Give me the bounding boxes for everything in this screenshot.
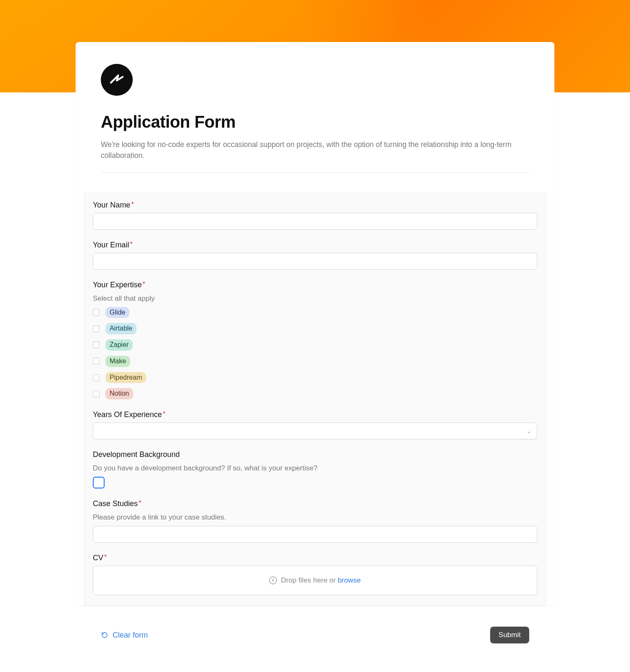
expertise-tag: Make (105, 356, 130, 367)
expertise-tag: Zapier (105, 339, 133, 351)
cases-hint: Please provide a link to your case studi… (93, 513, 537, 522)
expertise-option[interactable]: Make (93, 356, 537, 367)
form-card: Application Form We're looking for no-co… (76, 42, 554, 606)
dropzone-text: Drop files here or (281, 576, 338, 584)
brand-logo (101, 64, 133, 96)
expertise-option[interactable]: Notion (93, 388, 537, 399)
case-studies-input[interactable] (93, 526, 537, 543)
expertise-checkbox[interactable] (93, 326, 100, 332)
years-select[interactable] (93, 423, 537, 439)
expertise-checkbox[interactable] (93, 341, 100, 348)
expertise-option[interactable]: Pipedream (93, 372, 537, 383)
name-label: Your Name* (93, 201, 134, 210)
cases-label: Case Studies* (93, 499, 141, 508)
expertise-checkbox[interactable] (93, 358, 100, 365)
email-input[interactable] (93, 253, 537, 270)
dev-hint: Do you have a development background? If… (93, 464, 537, 472)
expertise-checkbox[interactable] (93, 309, 100, 316)
expertise-option[interactable]: Airtable (93, 323, 537, 334)
email-label: Your Email* (93, 241, 133, 249)
dev-background-checkbox[interactable] (93, 477, 105, 488)
expertise-tag: Glide (105, 307, 129, 318)
browse-link[interactable]: browse (338, 576, 361, 584)
name-input[interactable] (93, 213, 537, 230)
expertise-option[interactable]: Glide (93, 307, 537, 318)
page-title: Application Form (101, 113, 529, 131)
expertise-tag: Airtable (105, 323, 136, 334)
expertise-tag: Pipedream (105, 372, 146, 383)
undo-icon (101, 631, 108, 639)
expertise-tag: Notion (105, 388, 133, 399)
cv-label: CV* (93, 554, 107, 562)
submit-button[interactable]: Submit (490, 627, 529, 643)
download-circle-icon (269, 577, 277, 584)
dev-label: Development Background (93, 450, 180, 459)
expertise-option[interactable]: Zapier (93, 339, 537, 351)
expertise-checkbox[interactable] (93, 374, 100, 381)
expertise-label: Your Expertise* (93, 281, 145, 289)
expertise-checkbox[interactable] (93, 391, 100, 397)
form-section: Your Name* Your Email* Your Expertise* S… (84, 193, 546, 606)
expertise-hint: Select all that apply (93, 294, 537, 303)
cv-dropzone[interactable]: Drop files here or browse (93, 566, 537, 595)
divider (101, 172, 529, 173)
years-label: Years Of Experience* (93, 410, 165, 419)
clear-form-button[interactable]: Clear form (101, 631, 148, 640)
expertise-option-list: GlideAirtableZapierMakePipedreamNotion (93, 307, 537, 400)
page-subtitle: We're looking for no-code experts for oc… (101, 139, 529, 161)
